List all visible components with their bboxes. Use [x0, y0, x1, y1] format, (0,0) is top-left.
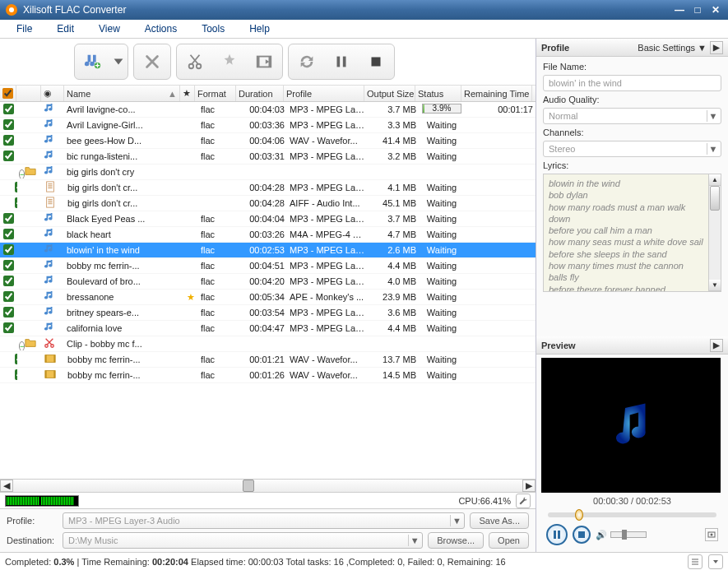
table-row[interactable]: big girls don't cr... 00:04:28 AIFF - Au…: [0, 196, 536, 211]
menubar: File Edit View Actions Tools Help: [0, 20, 728, 39]
row-checkbox[interactable]: [15, 182, 17, 192]
header-remaining[interactable]: Remaining Time: [461, 86, 532, 101]
preview-collapse-button[interactable]: ▶: [710, 339, 723, 352]
row-checkbox[interactable]: [3, 213, 14, 224]
menu-actions[interactable]: Actions: [145, 23, 177, 35]
basic-settings-dropdown[interactable]: Basic Settings ▼: [638, 43, 707, 53]
row-checkbox[interactable]: [3, 307, 14, 317]
close-button[interactable]: ✕: [708, 4, 723, 16]
svg-rect-10: [372, 58, 381, 67]
maximize-button[interactable]: □: [690, 4, 705, 16]
table-row[interactable]: bobby mc ferrin-... flac 00:01:26 WAV - …: [0, 368, 536, 383]
row-status: Waiting: [419, 198, 465, 208]
row-checkbox[interactable]: [3, 151, 14, 161]
filename-input[interactable]: blowin' in the wind: [543, 75, 721, 91]
destination-combo[interactable]: D:\My Music▼: [63, 532, 423, 549]
delete-button[interactable]: [136, 46, 169, 77]
profile-combo[interactable]: MP3 - MPEG Layer-3 Audio▼: [63, 512, 465, 529]
convert-button[interactable]: [290, 46, 323, 77]
scroll-thumb[interactable]: [243, 480, 254, 492]
table-row[interactable]: big girls don't cr... 00:04:28 MP3 - MPE…: [0, 180, 536, 196]
player-stop-button[interactable]: [573, 526, 591, 544]
header-format[interactable]: Format: [195, 86, 236, 101]
lyrics-scroll-up[interactable]: ▲: [709, 174, 721, 186]
header-name[interactable]: Name▲: [64, 86, 180, 101]
table-row[interactable]: black heart flac 00:03:26 M4A - MPEG-4 A…: [0, 227, 536, 243]
menu-tools[interactable]: Tools: [202, 23, 225, 35]
header-profile[interactable]: Profile: [284, 86, 364, 101]
row-checkbox[interactable]: [15, 354, 17, 364]
save-as-button[interactable]: Save As...: [470, 512, 529, 529]
row-checkbox[interactable]: [15, 369, 17, 380]
profile-collapse-button[interactable]: ▶: [710, 41, 723, 54]
minimize-button[interactable]: —: [672, 4, 687, 16]
header-output[interactable]: Output Size: [364, 86, 415, 101]
table-row[interactable]: bobby mc ferrin-... flac 00:01:21 WAV - …: [0, 352, 536, 368]
table-row[interactable]: bic runga-listeni... flac 00:03:31 MP3 -…: [0, 149, 536, 165]
add-file-button[interactable]: [77, 46, 109, 77]
cpu-settings-button[interactable]: [516, 494, 531, 508]
header-check[interactable]: [0, 86, 16, 101]
row-checkbox[interactable]: [3, 135, 14, 146]
menu-edit[interactable]: Edit: [57, 23, 74, 35]
menu-help[interactable]: Help: [249, 23, 270, 35]
statusbar-list-button[interactable]: [688, 554, 702, 569]
row-checkbox[interactable]: [3, 276, 14, 286]
menu-file[interactable]: File: [16, 23, 32, 35]
lyrics-box[interactable]: blowin in the windbob dylanhow many road…: [543, 174, 721, 292]
stop-button[interactable]: [359, 46, 392, 77]
row-checkbox[interactable]: [3, 229, 14, 239]
effects-button[interactable]: [213, 46, 246, 77]
header-star[interactable]: ★: [180, 86, 195, 101]
lyrics-scrollbar[interactable]: ▲ ▼: [708, 174, 721, 291]
channels-select[interactable]: Stereo▼: [543, 141, 721, 157]
open-button[interactable]: Open: [489, 532, 529, 549]
lyrics-scroll-thumb[interactable]: [710, 186, 720, 211]
table-row[interactable]: bressanone ★ flac 00:05:34 APE - Monkey'…: [0, 290, 536, 305]
table-row[interactable]: − big girls don't cry: [0, 165, 536, 180]
row-checkbox[interactable]: [3, 291, 14, 302]
table-row[interactable]: − Clip - bobby mc f...: [0, 336, 536, 352]
pause-button[interactable]: [325, 46, 358, 77]
scroll-left-button[interactable]: ◀: [0, 480, 13, 492]
row-output: 3.3 MB: [368, 120, 419, 130]
row-checkbox[interactable]: [3, 260, 14, 271]
file-list[interactable]: Avril lavigne-co... flac 00:04:03 MP3 - …: [0, 102, 536, 479]
table-row[interactable]: blowin' in the wind flac 00:02:53 MP3 - …: [0, 243, 536, 258]
table-row[interactable]: Boulevard of bro... flac 00:04:20 MP3 - …: [0, 274, 536, 290]
table-row[interactable]: california love flac 00:04:47 MP3 - MPEG…: [0, 321, 536, 336]
table-row[interactable]: Black Eyed Peas ... flac 00:04:04 MP3 - …: [0, 211, 536, 227]
table-row[interactable]: bobby mc ferrin-... flac 00:04:51 MP3 - …: [0, 258, 536, 274]
row-name: Boulevard of bro...: [64, 276, 183, 286]
header-type-icon[interactable]: ◉: [41, 86, 64, 101]
player-pause-button[interactable]: [546, 524, 568, 545]
row-output: 13.7 MB: [368, 355, 419, 364]
row-star[interactable]: ★: [183, 292, 198, 303]
add-dropdown-button[interactable]: [111, 46, 126, 77]
table-row[interactable]: Avril Lavigne-Girl... flac 00:03:36 MP3 …: [0, 118, 536, 133]
row-checkbox[interactable]: [3, 322, 14, 333]
preview-seek-slider[interactable]: [548, 512, 716, 517]
horizontal-scrollbar[interactable]: ◀ ▶: [0, 479, 536, 492]
volume-slider[interactable]: [610, 531, 647, 538]
volume-icon[interactable]: 🔊: [596, 530, 607, 540]
statusbar-toggle-button[interactable]: [708, 554, 723, 569]
cut-button[interactable]: [179, 46, 211, 77]
header-status[interactable]: Status: [415, 86, 461, 101]
audioquality-select[interactable]: Normal▼: [543, 108, 721, 124]
table-row[interactable]: britney spears-e... flac 00:03:54 MP3 - …: [0, 305, 536, 321]
browse-button[interactable]: Browse...: [428, 532, 484, 549]
table-row[interactable]: Avril lavigne-co... flac 00:04:03 MP3 - …: [0, 102, 536, 118]
header-duration[interactable]: Duration: [236, 86, 284, 101]
table-row[interactable]: bee gees-How D... flac 00:04:06 WAV - Wa…: [0, 133, 536, 149]
menu-view[interactable]: View: [99, 23, 120, 35]
lyrics-scroll-down[interactable]: ▼: [709, 280, 721, 291]
seek-thumb[interactable]: [575, 509, 583, 521]
preview-snapshot-button[interactable]: [705, 528, 718, 541]
row-checkbox[interactable]: [3, 244, 14, 255]
row-checkbox[interactable]: [3, 119, 14, 130]
clip-button[interactable]: [248, 46, 281, 77]
row-checkbox[interactable]: [3, 104, 14, 114]
row-checkbox[interactable]: [15, 197, 17, 208]
scroll-right-button[interactable]: ▶: [522, 480, 536, 492]
